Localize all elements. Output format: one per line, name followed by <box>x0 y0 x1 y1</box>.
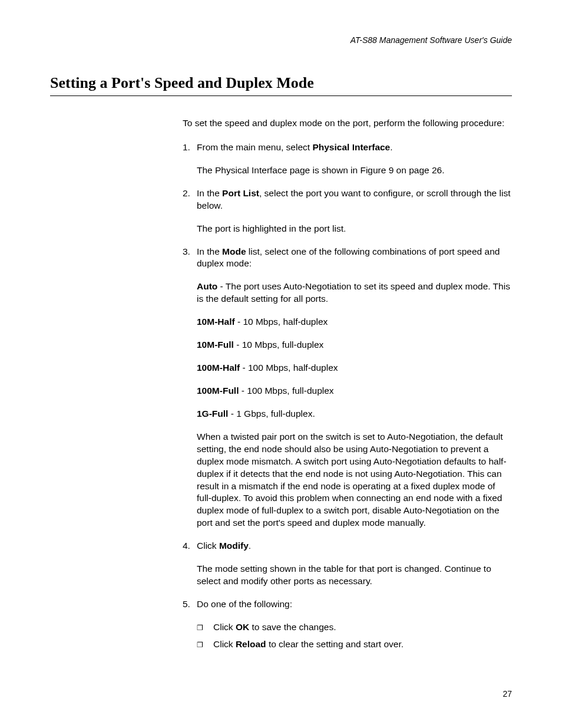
bold-term: Reload <box>236 639 266 649</box>
step-5: 5. Do one of the following: ❐ Click OK t… <box>183 598 512 655</box>
step-body: In the Mode list, select one of the foll… <box>197 246 512 530</box>
step-text: From the main menu, select Physical Inte… <box>197 141 512 154</box>
step-number: 5. <box>183 598 197 655</box>
mode-option: Auto - The port uses Auto-Negotiation to… <box>197 281 512 305</box>
step-number: 4. <box>183 540 197 588</box>
bold-term: OK <box>236 622 249 632</box>
step-subtext: The mode setting shown in the table for … <box>197 563 512 588</box>
bullet-icon: ❐ <box>197 638 213 651</box>
step-text: Do one of the following: <box>197 598 512 611</box>
step-4: 4. Click Modify. The mode setting shown … <box>183 540 512 588</box>
mode-option: 10M-Full - 10 Mbps, full-duplex <box>197 339 512 351</box>
step-subtext: The Physical Interface page is shown in … <box>197 164 512 177</box>
bold-term: Physical Interface <box>312 142 390 152</box>
bold-term: Modify <box>219 541 249 551</box>
mode-option: 100M-Half - 100 Mbps, half-duplex <box>197 362 512 374</box>
step-body: In the Port List, select the port you wa… <box>197 187 512 235</box>
step-text: Click Modify. <box>197 540 512 552</box>
section-title: Setting a Port's Speed and Duplex Mode <box>50 74 512 96</box>
mode-option: 10M-Half - 10 Mbps, half-duplex <box>197 316 512 328</box>
bold-term: Auto <box>197 281 217 291</box>
step-body: From the main menu, select Physical Inte… <box>197 141 512 177</box>
intro-text: To set the speed and duplex mode on the … <box>183 117 512 130</box>
bullet-text: Click Reload to clear the setting and st… <box>213 638 404 651</box>
step-1: 1. From the main menu, select Physical I… <box>183 141 512 177</box>
step-number: 2. <box>183 187 197 235</box>
step-number: 1. <box>183 141 197 177</box>
content-body: To set the speed and duplex mode on the … <box>183 117 512 655</box>
step-text: In the Mode list, select one of the foll… <box>197 246 512 271</box>
bold-term: Port List <box>222 188 259 198</box>
step-body: Do one of the following: ❐ Click OK to s… <box>197 598 512 655</box>
bold-term: 100M-Full <box>197 386 239 396</box>
bold-term: 100M-Half <box>197 363 240 373</box>
mode-option: 100M-Full - 100 Mbps, full-duplex <box>197 385 512 397</box>
bold-term: 10M-Full <box>197 340 234 350</box>
bold-term: Mode <box>222 246 246 256</box>
step-note: When a twisted pair port on the switch i… <box>197 431 512 529</box>
mode-option: 1G-Full - 1 Gbps, full-duplex. <box>197 408 512 420</box>
bold-term: 10M-Half <box>197 317 235 327</box>
step-subtext: The port is highlighted in the port list… <box>197 223 512 235</box>
page-number: 27 <box>503 689 512 699</box>
step-text: In the Port List, select the port you wa… <box>197 187 512 212</box>
bold-term: 1G-Full <box>197 409 228 419</box>
step-2: 2. In the Port List, select the port you… <box>183 187 512 235</box>
bullet-item: ❐ Click Reload to clear the setting and … <box>197 638 512 651</box>
page-header: AT-S88 Management Software User's Guide <box>50 35 512 45</box>
bullet-text: Click OK to save the changes. <box>213 621 336 634</box>
step-body: Click Modify. The mode setting shown in … <box>197 540 512 588</box>
bullet-item: ❐ Click OK to save the changes. <box>197 621 512 634</box>
step-3: 3. In the Mode list, select one of the f… <box>183 246 512 530</box>
bullet-icon: ❐ <box>197 621 213 634</box>
step-number: 3. <box>183 246 197 530</box>
